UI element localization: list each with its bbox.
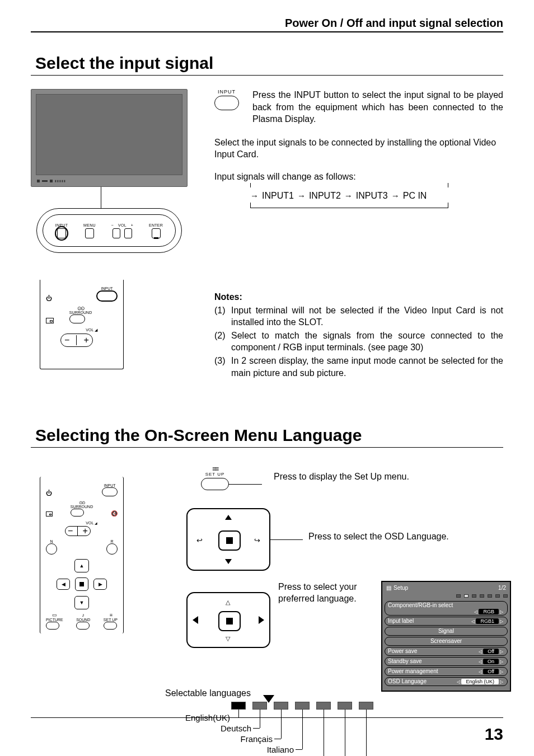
lang-box-4 [295, 702, 310, 710]
note-text-3: In 2 screen display, the same input mode… [231, 355, 503, 379]
power-icon-2: ⏻ [46, 490, 52, 496]
step1-text: Press to display the Set Up menu. [274, 471, 409, 483]
remote2-surround-button [71, 509, 84, 516]
remote2-input-button [102, 487, 118, 496]
remote2-setup-button [104, 622, 117, 630]
section-title-1: Select the input signal [31, 53, 503, 76]
menu-icon: ▤ [386, 585, 391, 591]
note-text-1: Input terminal will not be selected if t… [231, 304, 503, 328]
setup-icon-small: ≡ [104, 613, 118, 618]
remote2-r-label: R [106, 539, 118, 543]
osd-row-standbysave: Standby save◁On▷ [385, 657, 508, 666]
osd-row6-value: On [483, 659, 499, 664]
osd-row7-label: Power management [388, 668, 438, 674]
osd-row1-value: RGB [479, 609, 499, 614]
remote-vol-plus: + [84, 335, 89, 345]
remote-input-button [96, 290, 118, 302]
seq-input3: INPUT3 [356, 191, 388, 201]
lang-box-7 [359, 702, 373, 710]
input-button-icon: INPUT [214, 89, 239, 110]
note-text-2: Select to match the signals from the sou… [231, 330, 503, 354]
osd-row-osdlanguage: OSD Language◁English (UK)▷ [385, 677, 508, 686]
remote-vol-minus: − [64, 335, 69, 345]
panel-controls-diagram: INPUT MENU − VOL + ENTER [36, 208, 182, 253]
power-icon: ⏻ [46, 295, 52, 302]
nav-leftright-diagram: △ ▽ [186, 592, 270, 648]
remote-surround-button [69, 314, 85, 323]
panel-enter-label: ENTER [149, 223, 163, 227]
panel-vol-up-button [124, 228, 132, 238]
note-num-1: (1) [214, 304, 231, 328]
remote2-r-button [106, 543, 118, 555]
notes-list: (1)Input terminal will not be selected i… [214, 304, 503, 379]
input-sequence: →INPUT1 →INPUT2 →INPUT3 →PC IN [250, 191, 503, 201]
section-title-2: Selecting the On-Screen Menu Language [31, 425, 503, 448]
plasma-display-diagram: ▮▮▮▮▮ [31, 89, 188, 187]
osd-row4-label: Screensaver [430, 638, 462, 644]
running-header: Power On / Off and input signal selectio… [31, 17, 503, 32]
osd-row-powersave: Power save◁Off▷ [385, 647, 508, 656]
language-tree: English(UK) Deutsch Français Italiano Es… [165, 702, 511, 756]
osd-row8-value: English (UK) [461, 679, 499, 684]
remote2-sound-button [76, 622, 90, 630]
remote-vol-label: VOL [86, 328, 93, 332]
body-paragraph-1: Press the INPUT button to select the inp… [252, 89, 503, 125]
remote-volume-rocker: −+ [60, 334, 93, 347]
osd-row-powermgmt: Power management◁Off▷ [385, 667, 508, 676]
remote2-multi-label: MULTI [46, 633, 57, 633]
osd-page: 1/2 [498, 585, 506, 591]
lang-box-5 [316, 702, 331, 710]
remote2-surround-label: SURROUND [71, 505, 93, 509]
note-num-2: (2) [214, 330, 231, 354]
osd-row6-label: Standby save [388, 658, 422, 664]
seq-pcin: PC IN [403, 191, 427, 201]
osd-row-inputlabel: Input label◁RGB1▷ [385, 617, 508, 626]
osd-row2-value: RGB1 [476, 618, 499, 624]
osd-title: Setup [394, 585, 408, 591]
panel-input-button [57, 228, 66, 238]
body-paragraph-3: Input signals will change as follows: [214, 171, 503, 183]
sound-icon: ♪ [76, 613, 90, 618]
osd-row-screensaver: Screensaver [385, 637, 508, 646]
remote2-picture-label: PICTURE [46, 618, 63, 622]
panel-menu-button [85, 228, 94, 238]
remote2-vol-label: VOL [86, 521, 93, 525]
remote2-picture-button [46, 622, 59, 630]
lang-box-1 [231, 702, 246, 710]
remote-input-label: INPUT [96, 287, 118, 290]
seq-input2: INPUT2 [309, 191, 341, 201]
step3-text: Press to select your preferred language. [278, 581, 373, 605]
selectable-languages-heading: Selectable languages [165, 688, 511, 698]
osd-setup-panel: ▤ Setup 1/2 Component/RGB-in select ◁RGB… [381, 581, 511, 692]
remote2-n-button [46, 543, 57, 555]
seq-input1: INPUT1 [262, 191, 294, 201]
nav-updown-diagram: ↩ ↪ [186, 508, 270, 571]
panel-vol-plus: + [131, 223, 133, 227]
remote-surround-label: SURROUND [69, 311, 92, 314]
lang-box-2 [252, 702, 267, 710]
picture-icon: ▭ [46, 613, 63, 618]
lang-deutsch: Deutsch [181, 724, 251, 733]
remote2-nav-pad: ▲▼◀▶ [57, 559, 107, 609]
osd-row7-value: Off [483, 669, 499, 674]
osd-row5-value: Off [483, 649, 499, 654]
step2-text: Press to select the OSD Language. [308, 530, 449, 543]
panel-vol-label: VOL [118, 223, 127, 227]
remote2-input-label: INPUT [102, 483, 118, 487]
notes-heading: Notes: [214, 292, 503, 302]
pip-icon-2 [46, 511, 53, 516]
lang-box-6 [338, 702, 352, 710]
osd-row1-label: Component/RGB-in select [388, 602, 504, 608]
setup-icon-label: SET UP [201, 472, 229, 477]
panel-vol-down-button [113, 228, 120, 238]
panel-vol-minus: − [111, 223, 114, 227]
input-icon-label: INPUT [214, 89, 239, 95]
note-num-3: (3) [214, 355, 231, 379]
setup-button-icon: ≡≡ SET UP [201, 467, 229, 490]
osd-row-component: Component/RGB-in select ◁RGB▷ [385, 601, 508, 616]
remote2-zoom-label: ZOOM [106, 633, 118, 633]
mute-icon-2: 🔇 [111, 511, 118, 516]
panel-enter-button [152, 228, 161, 238]
lang-italiano: Italiano [223, 745, 294, 754]
osd-row-signal: Signal [385, 627, 508, 636]
